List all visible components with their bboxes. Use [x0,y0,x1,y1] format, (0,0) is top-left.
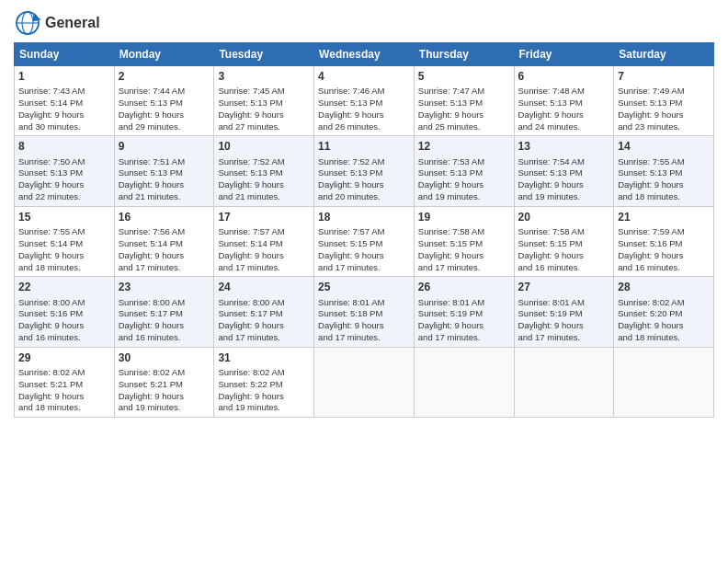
cell-line: Daylight: 9 hours [119,109,210,121]
cell-line: Sunrise: 7:47 AM [418,86,510,98]
calendar-cell: 6Sunrise: 7:48 AMSunset: 5:13 PMDaylight… [514,66,614,136]
cell-line: Daylight: 9 hours [119,320,210,332]
calendar-cell: 4Sunrise: 7:46 AMSunset: 5:13 PMDaylight… [314,66,415,136]
cell-line: and 16 minutes. [518,262,610,274]
cell-line: Daylight: 9 hours [418,179,510,191]
cell-line: Sunset: 5:13 PM [618,167,710,179]
calendar-cell: 10Sunrise: 7:52 AMSunset: 5:13 PMDayligh… [214,136,314,206]
day-number: 28 [618,280,710,294]
calendar-cell: 26Sunrise: 8:01 AMSunset: 5:19 PMDayligh… [414,277,514,347]
cell-line: Sunrise: 8:00 AM [218,297,310,309]
cell-line: Sunrise: 8:02 AM [618,297,710,309]
cell-line: Sunset: 5:21 PM [119,379,210,391]
cell-line: and 24 minutes. [518,121,610,133]
cell-line: Sunset: 5:13 PM [318,167,410,179]
day-number: 8 [18,139,110,154]
calendar-cell: 25Sunrise: 8:01 AMSunset: 5:18 PMDayligh… [314,277,415,347]
cell-line: Daylight: 9 hours [218,179,310,191]
day-number: 27 [518,280,610,294]
day-number: 24 [218,280,310,294]
cell-line: Daylight: 9 hours [618,179,710,191]
cell-line: Sunrise: 7:53 AM [418,156,510,168]
cell-line: Sunrise: 7:57 AM [318,226,410,238]
cell-line: Sunset: 5:13 PM [119,98,210,109]
day-number: 3 [218,69,310,84]
calendar-cell: 16Sunrise: 7:56 AMSunset: 5:14 PMDayligh… [114,206,214,276]
cell-line: Sunset: 5:13 PM [518,167,610,179]
cell-line: Sunset: 5:13 PM [18,167,110,179]
day-number: 18 [318,210,410,224]
day-number: 29 [18,350,110,365]
cell-line: Sunrise: 7:59 AM [618,226,710,238]
column-header-friday: Friday [514,43,614,66]
calendar-cell [514,347,614,417]
cell-line: Sunrise: 8:02 AM [119,367,210,379]
cell-line: Sunrise: 7:49 AM [618,86,710,98]
cell-line: Sunrise: 7:55 AM [18,226,110,238]
cell-line: and 16 minutes. [18,332,110,344]
cell-line: Sunrise: 8:02 AM [218,367,310,379]
cell-line: Sunset: 5:13 PM [119,167,210,179]
svg-marker-4 [33,15,41,22]
cell-line: Daylight: 9 hours [618,109,710,121]
cell-line: and 17 minutes. [318,332,410,344]
cell-line: Sunrise: 7:43 AM [18,86,110,98]
day-number: 6 [518,69,610,84]
calendar-cell: 14Sunrise: 7:55 AMSunset: 5:13 PMDayligh… [614,136,714,206]
cell-line: Sunrise: 7:46 AM [318,86,410,98]
day-number: 15 [18,210,110,224]
cell-line: Daylight: 9 hours [18,391,110,403]
cell-line: Daylight: 9 hours [318,250,410,262]
cell-line: Sunrise: 8:00 AM [18,297,110,309]
cell-line: Sunrise: 7:44 AM [119,86,210,98]
cell-line: Daylight: 9 hours [18,320,110,332]
cell-line: and 17 minutes. [418,332,510,344]
header: General [14,9,714,37]
cell-line: and 18 minutes. [618,191,710,203]
day-number: 16 [119,210,210,224]
calendar-cell: 19Sunrise: 7:58 AMSunset: 5:15 PMDayligh… [414,206,514,276]
cell-line: Sunset: 5:13 PM [618,98,710,109]
calendar-cell: 23Sunrise: 8:00 AMSunset: 5:17 PMDayligh… [114,277,214,347]
column-header-sunday: Sunday [15,43,115,66]
cell-line: and 17 minutes. [218,262,310,274]
logo-text: General [45,15,100,31]
logo: General [14,9,100,37]
cell-line: Sunset: 5:13 PM [318,98,410,109]
cell-line: Sunrise: 7:52 AM [218,156,310,168]
day-number: 12 [418,139,510,154]
calendar-cell [614,347,714,417]
cell-line: and 23 minutes. [618,121,710,133]
column-header-monday: Monday [114,43,214,66]
column-header-tuesday: Tuesday [214,43,314,66]
cell-line: Daylight: 9 hours [518,250,610,262]
calendar-cell [314,347,415,417]
day-number: 20 [518,210,610,224]
calendar-cell: 7Sunrise: 7:49 AMSunset: 5:13 PMDaylight… [614,66,714,136]
cell-line: Daylight: 9 hours [418,250,510,262]
cell-line: Sunset: 5:13 PM [518,98,610,109]
cell-line: Sunset: 5:21 PM [18,379,110,391]
cell-line: Sunrise: 8:02 AM [18,367,110,379]
cell-line: and 21 minutes. [119,191,210,203]
cell-line: and 19 minutes. [218,402,310,414]
cell-line: and 26 minutes. [318,121,410,133]
day-number: 30 [119,350,210,365]
calendar-cell: 13Sunrise: 7:54 AMSunset: 5:13 PMDayligh… [514,136,614,206]
calendar-cell: 8Sunrise: 7:50 AMSunset: 5:13 PMDaylight… [15,136,115,206]
cell-line: and 17 minutes. [318,262,410,274]
cell-line: and 17 minutes. [119,262,210,274]
day-number: 23 [119,280,210,294]
column-header-wednesday: Wednesday [314,43,415,66]
cell-line: Daylight: 9 hours [318,320,410,332]
day-number: 19 [418,210,510,224]
calendar-week-row: 22Sunrise: 8:00 AMSunset: 5:16 PMDayligh… [15,277,714,347]
page-container: General SundayMondayTuesdayWednesdayThur… [0,0,728,427]
column-header-thursday: Thursday [414,43,514,66]
cell-line: Sunset: 5:13 PM [218,167,310,179]
cell-line: Sunrise: 8:01 AM [518,297,610,309]
cell-line: Sunset: 5:18 PM [318,308,410,320]
cell-line: Sunset: 5:13 PM [418,167,510,179]
cell-line: Sunrise: 7:51 AM [119,156,210,168]
cell-line: Daylight: 9 hours [318,179,410,191]
